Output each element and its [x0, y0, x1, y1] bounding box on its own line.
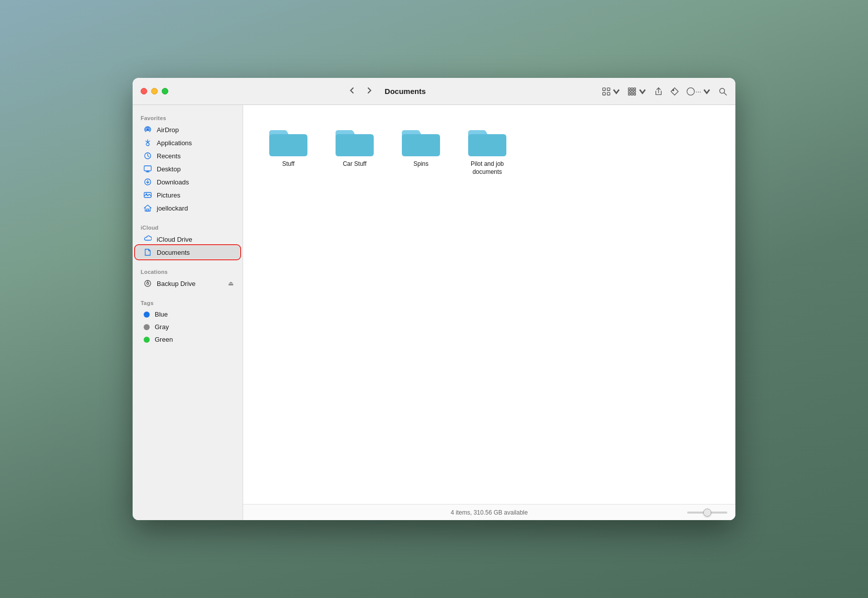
eject-button[interactable]: ⏏ [228, 280, 234, 287]
traffic-lights [141, 88, 168, 94]
sidebar: Favorites AirDrop [133, 105, 243, 520]
sidebar-item-tag-green-label: Green [155, 336, 173, 343]
svg-rect-23 [144, 166, 151, 171]
sidebar-item-backup-drive-label: Backup Drive [157, 280, 195, 287]
svg-point-13 [673, 89, 674, 90]
sidebar-item-pictures-label: Pictures [157, 191, 180, 199]
window-title: Documents [385, 87, 426, 95]
pictures-icon [144, 191, 152, 199]
titlebar: Documents [133, 78, 735, 105]
sidebar-item-tag-gray[interactable]: Gray [136, 321, 240, 333]
desktop-icon [144, 165, 152, 173]
favorites-section-title: Favorites [133, 111, 243, 123]
back-button[interactable] [345, 85, 360, 97]
grid-view-button[interactable] [602, 87, 621, 96]
sidebar-item-recents[interactable]: Recents [136, 149, 240, 162]
forward-button[interactable] [362, 85, 377, 97]
close-button[interactable] [141, 88, 147, 94]
airdrop-icon [144, 126, 152, 134]
svg-rect-4 [628, 87, 630, 89]
svg-point-14 [687, 87, 695, 95]
main-content: Favorites AirDrop [133, 105, 735, 520]
svg-rect-2 [603, 92, 605, 94]
more-button[interactable]: ··· [686, 87, 711, 96]
svg-rect-30 [147, 209, 149, 211]
folder-item-pilot[interactable]: Pilot and job documents [462, 121, 512, 180]
sidebar-item-downloads-label: Downloads [157, 178, 189, 186]
sidebar-item-tag-gray-label: Gray [155, 323, 169, 331]
sidebar-item-home-label: joellockard [157, 205, 188, 212]
folder-icon-pilot [467, 125, 507, 157]
folder-icon-stuff [268, 125, 308, 157]
documents-icon [144, 248, 152, 256]
sidebar-item-tag-green[interactable]: Green [136, 333, 240, 346]
slider-thumb [703, 509, 711, 517]
sidebar-item-home[interactable]: joellockard [136, 202, 240, 215]
sidebar-item-pictures[interactable]: Pictures [136, 188, 240, 202]
folder-item-stuff[interactable]: Stuff [263, 121, 313, 180]
sidebar-item-tag-blue-label: Blue [155, 311, 168, 318]
sidebar-item-airdrop-label: AirDrop [157, 126, 179, 134]
file-grid: Stuff Car Stuff [243, 105, 735, 504]
sidebar-item-desktop-label: Desktop [157, 165, 181, 173]
svg-point-29 [146, 194, 147, 195]
nav-buttons [345, 85, 377, 97]
folder-label-car-stuff: Car Stuff [343, 160, 366, 168]
folder-label-spins: Spins [413, 160, 428, 168]
maximize-button[interactable] [162, 88, 168, 94]
applications-icon [144, 139, 152, 147]
svg-line-16 [724, 92, 727, 95]
svg-rect-0 [603, 87, 605, 90]
svg-rect-9 [634, 90, 636, 92]
status-text: 4 items, 310.56 GB available [451, 509, 527, 516]
sidebar-item-backup-drive[interactable]: Backup Drive ⏏ [136, 277, 240, 290]
sidebar-item-downloads[interactable]: Downloads [136, 175, 240, 188]
tag-button[interactable] [670, 87, 679, 96]
sidebar-item-applications[interactable]: Applications [136, 136, 240, 149]
svg-point-21 [146, 143, 149, 146]
folder-item-car-stuff[interactable]: Car Stuff [330, 121, 380, 180]
sidebar-item-tag-blue[interactable]: Blue [136, 308, 240, 321]
svg-rect-12 [634, 93, 636, 95]
folder-item-spins[interactable]: Spins [396, 121, 446, 180]
svg-point-15 [720, 88, 725, 93]
sidebar-item-airdrop[interactable]: AirDrop [136, 123, 240, 136]
svg-rect-5 [631, 87, 633, 89]
svg-rect-10 [628, 93, 630, 95]
green-tag-dot [144, 337, 150, 343]
tags-section-title: Tags [133, 296, 243, 308]
groupby-button[interactable] [628, 87, 647, 96]
search-button[interactable] [718, 87, 727, 96]
titlebar-center: Documents [168, 85, 602, 97]
status-bar: 4 items, 310.56 GB available [243, 504, 735, 520]
folder-icon-car-stuff [335, 125, 375, 157]
sidebar-item-icloud-drive-label: iCloud Drive [157, 236, 192, 243]
folder-icon-spins [401, 125, 441, 157]
sidebar-item-icloud-drive[interactable]: iCloud Drive [136, 233, 240, 246]
home-icon [144, 204, 152, 212]
svg-rect-6 [634, 87, 636, 89]
svg-rect-7 [628, 90, 630, 92]
icloud-icon [144, 235, 152, 243]
file-area: Stuff Car Stuff [243, 105, 735, 520]
svg-rect-11 [631, 93, 633, 95]
sidebar-item-desktop[interactable]: Desktop [136, 162, 240, 175]
titlebar-tools: ··· [602, 87, 727, 96]
svg-point-17 [147, 129, 149, 131]
blue-tag-dot [144, 312, 150, 318]
icloud-section-title: iCloud [133, 221, 243, 233]
share-button[interactable] [654, 87, 663, 96]
finder-window: Documents [133, 78, 735, 520]
recents-icon [144, 152, 152, 160]
drive-icon [144, 279, 152, 287]
sidebar-item-applications-label: Applications [157, 139, 192, 147]
sidebar-item-documents-label: Documents [157, 249, 190, 256]
folder-label-stuff: Stuff [282, 160, 294, 168]
folder-label-pilot: Pilot and job documents [466, 160, 508, 176]
svg-rect-1 [607, 87, 610, 90]
sidebar-item-documents[interactable]: Documents [136, 246, 240, 259]
downloads-icon [144, 178, 152, 186]
minimize-button[interactable] [151, 88, 158, 94]
zoom-slider[interactable] [687, 512, 727, 514]
gray-tag-dot [144, 324, 150, 330]
